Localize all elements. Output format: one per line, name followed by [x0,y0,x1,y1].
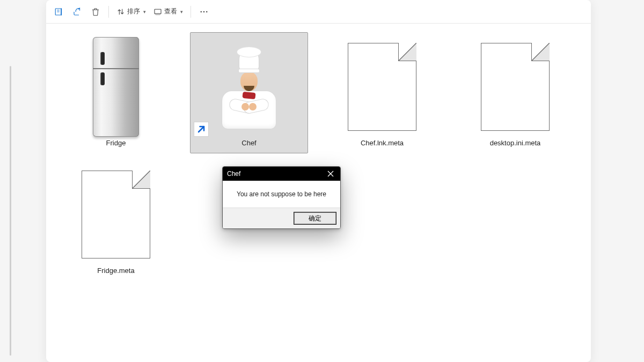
file-thumbnail [62,164,170,265]
scrollbar-track[interactable] [10,66,11,356]
svg-point-2 [201,11,202,12]
generic-file-icon [348,43,416,131]
file-thumbnail [462,36,569,138]
file-label: desktop.ini.meta [490,139,541,147]
svg-point-4 [206,11,207,12]
dialog-title: Chef [227,170,240,178]
file-thumbnail [195,36,303,138]
file-thumbnail [62,36,170,138]
file-item-chef[interactable]: Chef [190,32,308,153]
file-grid: Fridge [57,32,580,281]
dialog-titlebar[interactable]: Chef [223,167,340,181]
fridge-icon [93,37,139,137]
view-button[interactable]: 查看 ▾ [150,3,186,20]
svg-rect-1 [155,9,161,13]
generic-file-icon [481,43,550,131]
file-item-fridge-meta[interactable]: Fridge.meta [57,160,175,281]
file-item-fridge[interactable]: Fridge [57,32,175,153]
delete-button[interactable] [87,3,104,20]
sort-label: 排序 [127,7,140,16]
file-item-chef-lnk-meta[interactable]: Chef.lnk.meta [323,32,441,153]
more-button[interactable] [195,3,213,20]
toolbar-separator [108,6,109,18]
file-label: Chef.lnk.meta [361,139,404,147]
message-dialog: Chef You are not suppose to be here 确定 [222,166,341,229]
dialog-footer: 确定 [223,208,340,228]
file-item-desktop-ini-meta[interactable]: desktop.ini.meta [456,32,574,153]
rename-button[interactable] [50,3,68,20]
file-label: Fridge [106,139,126,147]
sort-button[interactable]: 排序 ▾ [113,3,149,20]
share-button[interactable] [69,3,86,20]
toolbar: 排序 ▾ 查看 ▾ [46,0,591,24]
chevron-down-icon: ▾ [143,9,146,14]
dialog-message: You are not suppose to be here [223,181,340,208]
dialog-close-button[interactable] [325,168,336,179]
file-label: Chef [241,139,256,147]
view-label: 查看 [164,7,177,16]
svg-point-3 [203,11,204,12]
chevron-down-icon: ▾ [180,9,183,14]
toolbar-separator [191,6,191,18]
generic-file-icon [82,171,150,258]
file-label: Fridge.meta [97,267,134,275]
shortcut-overlay-icon [194,122,209,137]
dialog-ok-button[interactable]: 确定 [294,212,336,224]
chef-icon [211,44,287,130]
file-thumbnail [328,36,436,138]
